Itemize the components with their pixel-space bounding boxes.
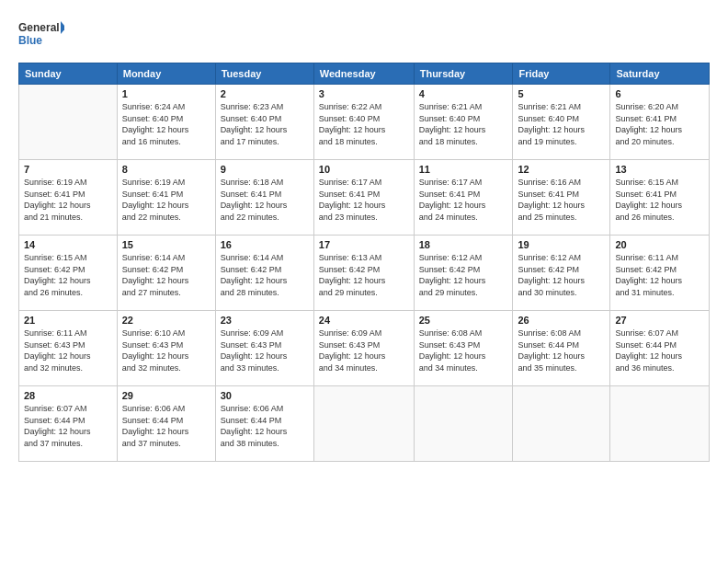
calendar-cell: 11Sunrise: 6:17 AM Sunset: 6:41 PM Dayli… bbox=[414, 160, 513, 236]
day-number: 3 bbox=[319, 88, 409, 99]
calendar-cell: 12Sunrise: 6:16 AM Sunset: 6:41 PM Dayli… bbox=[513, 160, 610, 236]
calendar-cell bbox=[19, 85, 118, 160]
calendar-cell: 22Sunrise: 6:10 AM Sunset: 6:43 PM Dayli… bbox=[117, 311, 215, 386]
calendar-cell: 8Sunrise: 6:19 AM Sunset: 6:41 PM Daylig… bbox=[117, 160, 215, 236]
logo: General Blue bbox=[18, 17, 64, 53]
calendar-cell bbox=[313, 386, 414, 462]
day-info: Sunrise: 6:06 AM Sunset: 6:44 PM Dayligh… bbox=[221, 403, 309, 449]
calendar-cell: 1Sunrise: 6:24 AM Sunset: 6:40 PM Daylig… bbox=[117, 85, 215, 160]
calendar-cell: 25Sunrise: 6:08 AM Sunset: 6:43 PM Dayli… bbox=[414, 311, 513, 386]
day-info: Sunrise: 6:23 AM Sunset: 6:40 PM Dayligh… bbox=[221, 101, 309, 147]
day-info: Sunrise: 6:19 AM Sunset: 6:41 PM Dayligh… bbox=[122, 177, 210, 223]
weekday-header: Monday bbox=[117, 63, 215, 85]
day-number: 28 bbox=[24, 390, 112, 401]
day-info: Sunrise: 6:07 AM Sunset: 6:44 PM Dayligh… bbox=[24, 403, 112, 449]
day-number: 7 bbox=[24, 164, 112, 175]
calendar-cell: 10Sunrise: 6:17 AM Sunset: 6:41 PM Dayli… bbox=[313, 160, 414, 236]
day-number: 27 bbox=[615, 315, 704, 326]
day-info: Sunrise: 6:15 AM Sunset: 6:42 PM Dayligh… bbox=[24, 252, 112, 298]
day-info: Sunrise: 6:09 AM Sunset: 6:43 PM Dayligh… bbox=[319, 327, 409, 373]
calendar-cell: 19Sunrise: 6:12 AM Sunset: 6:42 PM Dayli… bbox=[513, 236, 610, 311]
day-number: 21 bbox=[24, 315, 112, 326]
day-number: 14 bbox=[24, 239, 112, 250]
weekday-header: Sunday bbox=[19, 63, 118, 85]
calendar-cell: 2Sunrise: 6:23 AM Sunset: 6:40 PM Daylig… bbox=[215, 85, 313, 160]
day-number: 12 bbox=[518, 164, 605, 175]
day-number: 5 bbox=[518, 88, 605, 99]
day-info: Sunrise: 6:16 AM Sunset: 6:41 PM Dayligh… bbox=[518, 177, 605, 223]
svg-marker-2 bbox=[61, 21, 64, 34]
day-info: Sunrise: 6:12 AM Sunset: 6:42 PM Dayligh… bbox=[419, 252, 508, 298]
day-info: Sunrise: 6:21 AM Sunset: 6:40 PM Dayligh… bbox=[419, 101, 508, 147]
calendar-cell: 15Sunrise: 6:14 AM Sunset: 6:42 PM Dayli… bbox=[117, 236, 215, 311]
calendar-cell: 17Sunrise: 6:13 AM Sunset: 6:42 PM Dayli… bbox=[313, 236, 414, 311]
calendar-table: SundayMondayTuesdayWednesdayThursdayFrid… bbox=[18, 63, 710, 462]
day-info: Sunrise: 6:17 AM Sunset: 6:41 PM Dayligh… bbox=[319, 177, 409, 223]
day-number: 2 bbox=[221, 88, 309, 99]
calendar-cell: 24Sunrise: 6:09 AM Sunset: 6:43 PM Dayli… bbox=[313, 311, 414, 386]
calendar-cell: 23Sunrise: 6:09 AM Sunset: 6:43 PM Dayli… bbox=[215, 311, 313, 386]
calendar-cell: 3Sunrise: 6:22 AM Sunset: 6:40 PM Daylig… bbox=[313, 85, 414, 160]
calendar-cell: 7Sunrise: 6:19 AM Sunset: 6:41 PM Daylig… bbox=[19, 160, 118, 236]
calendar-week-row: 1Sunrise: 6:24 AM Sunset: 6:40 PM Daylig… bbox=[19, 85, 710, 160]
day-number: 6 bbox=[615, 88, 704, 99]
svg-text:General: General bbox=[18, 21, 60, 34]
day-info: Sunrise: 6:13 AM Sunset: 6:42 PM Dayligh… bbox=[319, 252, 409, 298]
day-info: Sunrise: 6:08 AM Sunset: 6:44 PM Dayligh… bbox=[518, 327, 605, 373]
calendar-cell: 14Sunrise: 6:15 AM Sunset: 6:42 PM Dayli… bbox=[19, 236, 118, 311]
day-number: 19 bbox=[518, 239, 605, 250]
day-info: Sunrise: 6:12 AM Sunset: 6:42 PM Dayligh… bbox=[518, 252, 605, 298]
calendar-cell: 21Sunrise: 6:11 AM Sunset: 6:43 PM Dayli… bbox=[19, 311, 118, 386]
calendar-cell: 5Sunrise: 6:21 AM Sunset: 6:40 PM Daylig… bbox=[513, 85, 610, 160]
day-number: 23 bbox=[221, 315, 309, 326]
day-info: Sunrise: 6:11 AM Sunset: 6:43 PM Dayligh… bbox=[24, 327, 112, 373]
day-info: Sunrise: 6:07 AM Sunset: 6:44 PM Dayligh… bbox=[615, 327, 704, 373]
day-info: Sunrise: 6:06 AM Sunset: 6:44 PM Dayligh… bbox=[122, 403, 210, 449]
calendar-cell bbox=[610, 386, 710, 462]
day-info: Sunrise: 6:11 AM Sunset: 6:42 PM Dayligh… bbox=[615, 252, 704, 298]
day-number: 13 bbox=[615, 164, 704, 175]
calendar-cell: 6Sunrise: 6:20 AM Sunset: 6:41 PM Daylig… bbox=[610, 85, 710, 160]
weekday-header: Wednesday bbox=[313, 63, 414, 85]
day-number: 25 bbox=[419, 315, 508, 326]
calendar-cell bbox=[513, 386, 610, 462]
day-number: 16 bbox=[221, 239, 309, 250]
calendar-cell: 20Sunrise: 6:11 AM Sunset: 6:42 PM Dayli… bbox=[610, 236, 710, 311]
calendar-cell: 18Sunrise: 6:12 AM Sunset: 6:42 PM Dayli… bbox=[414, 236, 513, 311]
weekday-header: Thursday bbox=[414, 63, 513, 85]
day-number: 29 bbox=[122, 390, 210, 401]
day-info: Sunrise: 6:14 AM Sunset: 6:42 PM Dayligh… bbox=[221, 252, 309, 298]
header: General Blue bbox=[18, 17, 710, 53]
calendar-cell: 27Sunrise: 6:07 AM Sunset: 6:44 PM Dayli… bbox=[610, 311, 710, 386]
day-number: 9 bbox=[221, 164, 309, 175]
day-number: 18 bbox=[419, 239, 508, 250]
weekday-header: Friday bbox=[513, 63, 610, 85]
calendar-week-row: 28Sunrise: 6:07 AM Sunset: 6:44 PM Dayli… bbox=[19, 386, 710, 462]
calendar-week-row: 21Sunrise: 6:11 AM Sunset: 6:43 PM Dayli… bbox=[19, 311, 710, 386]
calendar-cell: 30Sunrise: 6:06 AM Sunset: 6:44 PM Dayli… bbox=[215, 386, 313, 462]
day-info: Sunrise: 6:15 AM Sunset: 6:41 PM Dayligh… bbox=[615, 177, 704, 223]
day-info: Sunrise: 6:21 AM Sunset: 6:40 PM Dayligh… bbox=[518, 101, 605, 147]
day-number: 30 bbox=[221, 390, 309, 401]
day-number: 22 bbox=[122, 315, 210, 326]
day-info: Sunrise: 6:20 AM Sunset: 6:41 PM Dayligh… bbox=[615, 101, 704, 147]
day-number: 10 bbox=[319, 164, 409, 175]
calendar-header-row: SundayMondayTuesdayWednesdayThursdayFrid… bbox=[19, 63, 710, 85]
day-info: Sunrise: 6:17 AM Sunset: 6:41 PM Dayligh… bbox=[419, 177, 508, 223]
calendar-cell: 4Sunrise: 6:21 AM Sunset: 6:40 PM Daylig… bbox=[414, 85, 513, 160]
logo-svg: General Blue bbox=[18, 17, 64, 53]
calendar-cell bbox=[414, 386, 513, 462]
day-info: Sunrise: 6:18 AM Sunset: 6:41 PM Dayligh… bbox=[221, 177, 309, 223]
day-info: Sunrise: 6:22 AM Sunset: 6:40 PM Dayligh… bbox=[319, 101, 409, 147]
day-info: Sunrise: 6:14 AM Sunset: 6:42 PM Dayligh… bbox=[122, 252, 210, 298]
weekday-header: Tuesday bbox=[215, 63, 313, 85]
day-info: Sunrise: 6:10 AM Sunset: 6:43 PM Dayligh… bbox=[122, 327, 210, 373]
day-number: 8 bbox=[122, 164, 210, 175]
day-number: 17 bbox=[319, 239, 409, 250]
calendar-cell: 29Sunrise: 6:06 AM Sunset: 6:44 PM Dayli… bbox=[117, 386, 215, 462]
day-number: 15 bbox=[122, 239, 210, 250]
day-number: 11 bbox=[419, 164, 508, 175]
day-info: Sunrise: 6:19 AM Sunset: 6:41 PM Dayligh… bbox=[24, 177, 112, 223]
calendar-cell: 13Sunrise: 6:15 AM Sunset: 6:41 PM Dayli… bbox=[610, 160, 710, 236]
svg-text:Blue: Blue bbox=[18, 34, 42, 47]
